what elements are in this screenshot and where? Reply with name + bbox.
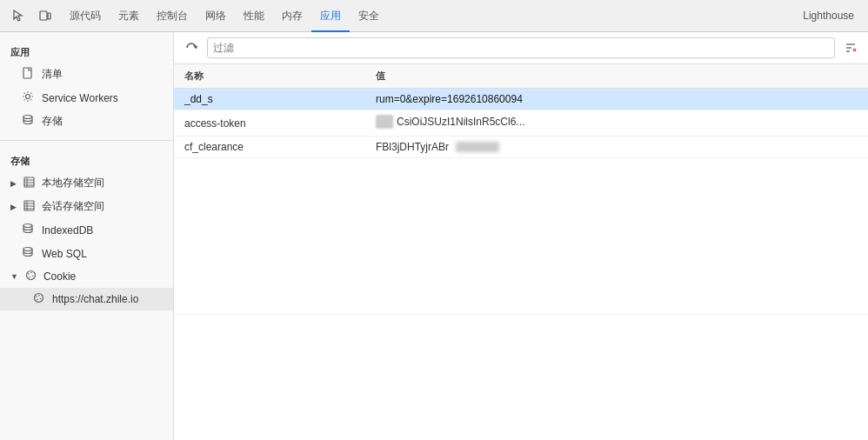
cell-value-cf-clearance: FBl3jDHTyjrABr xyxy=(365,137,868,158)
sidebar-item-session-storage[interactable]: ▶ 会话存储空间 xyxy=(0,195,173,218)
sidebar-label-storage: 存储 xyxy=(42,114,63,129)
cookie-icon xyxy=(25,270,37,283)
filter-input[interactable] xyxy=(207,37,835,58)
svg-rect-0 xyxy=(40,11,47,20)
file-icon xyxy=(21,67,35,82)
sidebar-item-indexeddb[interactable]: IndexedDB xyxy=(0,218,173,242)
cookie-url-icon xyxy=(31,292,45,306)
cell-name-cf-clearance: cf_clearance xyxy=(174,137,365,158)
sidebar-item-local-storage[interactable]: ▶ 本地存储空间 xyxy=(0,171,173,195)
tab-console[interactable]: 控制台 xyxy=(148,0,197,32)
cell-name-dd-s: _dd_s xyxy=(174,89,365,110)
svg-point-23 xyxy=(36,296,37,297)
tab-elements[interactable]: 元素 xyxy=(110,0,148,32)
svg-point-21 xyxy=(29,277,30,278)
cell-value-access-token: CsiOiJSUzI1NilsInR5cCl6... xyxy=(365,110,868,137)
sidebar-label-local-storage: 本地存储空间 xyxy=(42,176,104,190)
tab-performance[interactable]: 性能 xyxy=(235,0,273,32)
sidebar-label-web-sql: Web SQL xyxy=(42,248,87,260)
tab-network[interactable]: 网络 xyxy=(197,0,235,32)
svg-point-4 xyxy=(23,116,32,119)
sidebar-divider-1 xyxy=(0,140,173,141)
device-toggle-icon[interactable] xyxy=(33,3,57,28)
table-row-empty xyxy=(174,158,868,315)
sidebar-label-cookie-url: https://chat.zhile.io xyxy=(52,293,138,305)
tab-sources[interactable]: 源代码 xyxy=(61,0,110,32)
arrow-cookie: ▼ xyxy=(10,272,18,281)
svg-point-26 xyxy=(37,299,38,301)
col-header-name[interactable]: 名称 xyxy=(174,64,365,89)
svg-point-20 xyxy=(32,276,34,277)
data-table: 名称 值 _dd_s rum=0&expire=1692610860094 ac… xyxy=(174,64,868,440)
tab-security[interactable]: 安全 xyxy=(350,0,388,32)
sidebar-label-manifest: 清单 xyxy=(42,67,63,82)
svg-point-18 xyxy=(28,273,30,275)
indexeddb-icon xyxy=(21,223,35,237)
sidebar-label-cookie: Cookie xyxy=(43,270,76,283)
svg-point-25 xyxy=(39,298,41,300)
sidebar-label-indexeddb: IndexedDB xyxy=(42,224,93,237)
tab-application[interactable]: 应用 xyxy=(311,0,350,32)
tab-memory[interactable]: 内存 xyxy=(273,0,311,32)
sidebar-label-session-storage: 会话存储空间 xyxy=(42,199,104,214)
svg-point-3 xyxy=(26,95,30,99)
sidebar-section-storage-title: 存储 xyxy=(0,148,173,171)
sidebar-section-app-title: 应用 xyxy=(0,39,173,63)
refresh-button[interactable] xyxy=(181,37,202,58)
clear-filter-button[interactable] xyxy=(840,37,861,58)
svg-point-19 xyxy=(30,272,32,274)
svg-point-15 xyxy=(23,224,32,228)
arrow-session-storage: ▶ xyxy=(10,203,17,211)
lighthouse-label[interactable]: Lighthouse xyxy=(792,10,865,22)
col-header-value[interactable]: 值 xyxy=(365,64,868,89)
svg-point-16 xyxy=(23,248,32,251)
sidebar-label-service-workers: Service Workers xyxy=(42,92,118,104)
main-layout: 应用 清单 Service Workers xyxy=(0,32,868,440)
cell-value-dd-s: rum=0&expire=1692610860094 xyxy=(365,89,868,110)
table-row[interactable]: access-token CsiOiJSUzI1NilsInR5cCl6... xyxy=(174,110,868,137)
gear-icon xyxy=(21,90,35,105)
cursor-icon[interactable] xyxy=(7,3,31,28)
sidebar-item-cookie[interactable]: ▼ Cookie xyxy=(0,265,173,288)
top-nav: 源代码 元素 控制台 网络 性能 内存 应用 安全 Lighthouse xyxy=(0,0,868,32)
session-storage-icon xyxy=(23,200,35,214)
table-row[interactable]: _dd_s rum=0&expire=1692610860094 xyxy=(174,89,868,110)
table-row[interactable]: cf_clearance FBl3jDHTyjrABr xyxy=(174,137,868,158)
sidebar-item-manifest[interactable]: 清单 xyxy=(0,63,173,86)
content-area: 名称 值 _dd_s rum=0&expire=1692610860094 ac… xyxy=(174,32,868,440)
sidebar-item-service-workers[interactable]: Service Workers xyxy=(0,86,173,110)
svg-point-24 xyxy=(38,295,40,297)
websql-icon xyxy=(21,246,35,261)
sidebar: 应用 清单 Service Workers xyxy=(0,32,174,440)
filter-bar xyxy=(174,32,868,64)
local-storage-icon xyxy=(23,177,35,190)
cell-name-access-token: access-token xyxy=(174,110,365,137)
svg-rect-1 xyxy=(48,13,50,19)
sidebar-item-storage[interactable]: 存储 xyxy=(0,110,173,133)
nav-icons xyxy=(3,3,61,28)
sidebar-item-web-sql[interactable]: Web SQL xyxy=(0,242,173,265)
storage-icon xyxy=(21,114,35,129)
table-header: 名称 值 xyxy=(174,64,868,89)
svg-rect-2 xyxy=(23,68,31,78)
sidebar-item-cookie-url[interactable]: https://chat.zhile.io xyxy=(0,288,173,310)
arrow-local-storage: ▶ xyxy=(10,179,17,188)
